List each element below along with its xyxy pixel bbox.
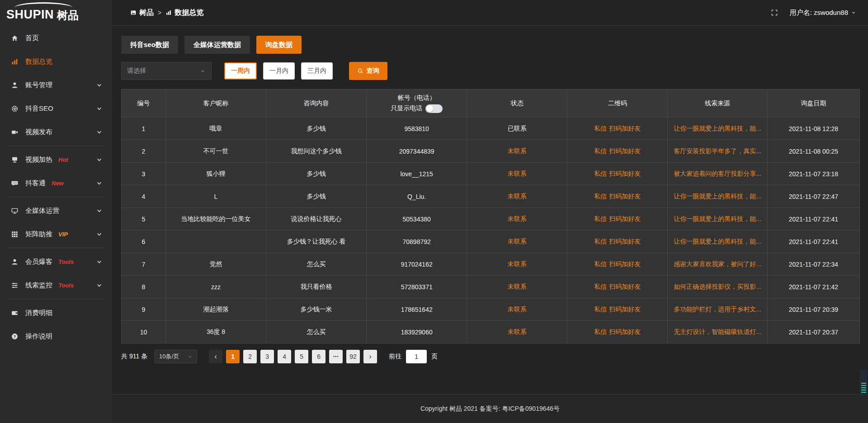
sidebar-item-video-publish[interactable]: 视频发布 <box>0 120 112 144</box>
filter-select-placeholder: 请选择 <box>127 67 146 75</box>
sidebar-item-label: 数据总览 <box>25 57 52 66</box>
qr-link[interactable]: 私信 <box>594 306 607 313</box>
breadcrumb-item-data-overview[interactable]: 数据总览 <box>165 8 203 18</box>
pagination-next-button[interactable]: › <box>363 350 377 363</box>
qr-link[interactable]: 私信 <box>594 215 607 222</box>
pagination-page-1[interactable]: 1 <box>226 350 240 363</box>
sidebar-item-home[interactable]: 首页 <box>0 26 112 50</box>
qr-link[interactable]: 私信 <box>594 328 607 335</box>
cell-content: 多少钱 <box>266 163 367 185</box>
pagination-page-5[interactable]: 5 <box>295 350 308 363</box>
pagination-page-6[interactable]: 6 <box>312 350 326 363</box>
pagination-pages: 123456•••92 <box>226 350 363 363</box>
qr-link[interactable]: 扫码加好友 <box>609 260 641 268</box>
qr-link[interactable]: 私信 <box>594 147 607 155</box>
source-link[interactable]: 感谢大家喜欢我家，被问了好... <box>674 260 761 268</box>
range-button-three-months[interactable]: 三月内 <box>301 62 333 80</box>
sidebar-item-all-media-operation[interactable]: 全媒体运营 <box>0 199 112 222</box>
qr-link[interactable]: 扫码加好友 <box>609 238 641 245</box>
sidebar-item-matrix-boost[interactable]: 矩阵助推VIP <box>0 222 112 246</box>
cell-source: 无主灯设计，智能磁吸轨道灯... <box>668 321 767 343</box>
source-link[interactable]: 让你一眼就爱上的黑科技，能... <box>674 238 761 245</box>
qr-link[interactable]: 私信 <box>594 193 607 200</box>
tab-inquiry-data[interactable]: 询盘数据 <box>256 36 302 54</box>
pagination-page-3[interactable]: 3 <box>260 350 274 363</box>
cell-content: 多少钱一米 <box>266 298 367 321</box>
source-link[interactable]: 客厅安装投影半年多了，真实... <box>674 147 761 155</box>
source-link[interactable]: 让你一眼就爱上的黑科技，能... <box>674 215 761 222</box>
qr-link[interactable]: 扫码加好友 <box>609 215 641 222</box>
source-link[interactable]: 被大家追着问的客厅投影分享... <box>674 170 761 177</box>
sidebar-item-data-overview[interactable]: 数据总览 <box>0 50 112 73</box>
table-header-row: 编号 客户昵称 咨询内容 帐号（电话） 只显示电话 状态 二维码 线索来源 <box>122 89 860 118</box>
qr-link[interactable]: 私信 <box>594 260 607 268</box>
cell-account: 917024162 <box>367 253 467 276</box>
breadcrumb-item-shupin[interactable]: 树品 <box>130 8 154 18</box>
qr-link[interactable]: 扫码加好友 <box>609 193 641 200</box>
qr-link[interactable]: 扫码加好友 <box>609 147 641 155</box>
filters: 请选择 一周内一月内三月内 查询 <box>121 62 860 80</box>
svg-text:?: ? <box>14 334 16 338</box>
qr-link[interactable]: 私信 <box>594 170 607 177</box>
filter-select[interactable]: 请选择 <box>121 62 212 80</box>
sidebar-item-clue-monitor[interactable]: 线索监控Tools <box>0 273 112 297</box>
pagination-page-4[interactable]: 4 <box>278 350 291 363</box>
sidebar-item-douyin-seo[interactable]: 抖音SEO <box>0 97 112 120</box>
sidebar-item-operation-guide[interactable]: ?操作说明 <box>0 324 112 348</box>
cell-account: 178651642 <box>367 298 467 321</box>
sidebar-item-douketong[interactable]: 抖客通New <box>0 171 112 195</box>
goto-page-input[interactable] <box>406 350 427 363</box>
source-link[interactable]: 让你一眼就爱上的黑科技，能... <box>674 125 761 132</box>
user-menu[interactable]: 用户名: zswodun88 <box>790 9 856 17</box>
cell-account: Q_Liu. <box>367 185 467 208</box>
qr-link[interactable]: 私信 <box>594 283 607 290</box>
col-header-source: 线索来源 <box>668 89 767 118</box>
fullscreen-icon[interactable] <box>771 9 778 16</box>
qr-link[interactable]: 私信 <box>594 125 607 132</box>
phone-only-toggle[interactable] <box>425 104 443 113</box>
qr-link[interactable]: 扫码加好友 <box>609 328 641 335</box>
chart-icon <box>165 9 172 16</box>
tab-all-media-data[interactable]: 全媒体运营数据 <box>184 36 250 54</box>
cell-account: 50534380 <box>367 208 467 230</box>
tab-douyin-seo-data[interactable]: 抖音seo数据 <box>121 36 178 54</box>
range-button-one-week[interactable]: 一周内 <box>224 62 257 80</box>
main-area: 树品>数据总览 用户名: zswodun88 抖音seo数据全媒体运营数据询盘数… <box>112 0 868 423</box>
cell-date: 2021-11-07 22:34 <box>767 253 859 276</box>
sidebar-item-account-management[interactable]: 账号管理 <box>0 73 112 97</box>
qr-link[interactable]: 扫码加好友 <box>609 170 641 177</box>
qr-link[interactable]: 扫码加好友 <box>609 283 641 290</box>
floating-widget[interactable] <box>860 370 868 396</box>
qr-link[interactable]: 扫码加好友 <box>609 306 641 313</box>
page-size-select[interactable]: 10条/页 <box>155 350 197 363</box>
qr-link[interactable]: 私信 <box>594 238 607 245</box>
source-link[interactable]: 让你一眼就爱上的黑科技，能... <box>674 193 761 200</box>
cell-content: 怎么买 <box>266 253 367 276</box>
pagination-page-2[interactable]: 2 <box>243 350 257 363</box>
range-button-one-month[interactable]: 一月内 <box>263 62 295 80</box>
sidebar-divider <box>7 299 105 299</box>
sidebar-divider <box>7 197 105 197</box>
cell-account: 183929060 <box>367 321 467 343</box>
query-button[interactable]: 查询 <box>349 62 387 80</box>
tabs: 抖音seo数据全媒体运营数据询盘数据 <box>121 36 860 54</box>
cell-source: 让你一眼就爱上的黑科技，能... <box>668 230 767 253</box>
table-row: 6多少钱？让我死心 看70898792未联系私信扫码加好友让你一眼就爱上的黑科技… <box>122 230 860 253</box>
sidebar-item-member-burst[interactable]: 会员爆客Tools <box>0 250 112 273</box>
footer: Copyright 树品 2021 备案号: 粤ICP备09019646号 <box>112 394 868 423</box>
sliders-icon <box>11 282 19 289</box>
source-link[interactable]: 无主灯设计，智能磁吸轨道灯... <box>674 328 761 335</box>
sidebar: SHUPIN 树品 首页数据总览账号管理抖音SEO视频发布视频加热Hot抖客通N… <box>0 0 112 423</box>
pagination-ellipsis[interactable]: ••• <box>329 350 343 363</box>
cell-date: 2021-11-07 21:42 <box>767 276 859 298</box>
qr-link[interactable]: 扫码加好友 <box>609 125 641 132</box>
source-link[interactable]: 多功能护栏灯，适用于乡村文... <box>674 306 761 313</box>
source-link[interactable]: 如何正确选择投影仪，买投影... <box>674 283 761 290</box>
sidebar-item-video-heat[interactable]: 视频加热Hot <box>0 148 112 171</box>
pagination-page-92[interactable]: 92 <box>346 350 360 363</box>
sidebar-item-consumption-detail[interactable]: 消费明细 <box>0 301 112 324</box>
cell-id: 7 <box>122 253 166 276</box>
cell-status: 未联系 <box>467 208 567 230</box>
pagination-prev-button[interactable]: ‹ <box>209 350 222 363</box>
sidebar-item-label: 视频加热 <box>25 155 52 164</box>
